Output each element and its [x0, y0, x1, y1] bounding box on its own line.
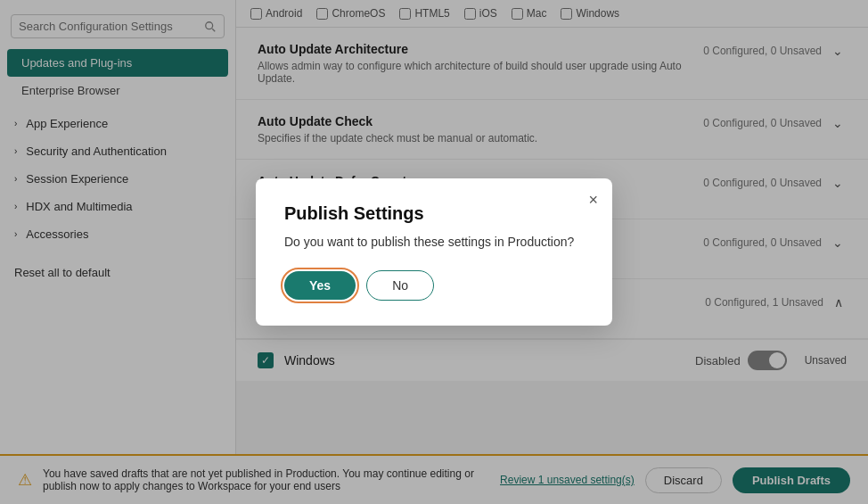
modal-no-button[interactable]: No [366, 270, 434, 301]
publish-settings-modal: × Publish Settings Do you want to publis… [256, 178, 612, 326]
modal-title: Publish Settings [284, 203, 584, 224]
modal-buttons: Yes No [284, 270, 584, 301]
modal-body: Do you want to publish these settings in… [284, 235, 584, 249]
modal-close-button[interactable]: × [588, 191, 598, 210]
modal-overlay: × Publish Settings Do you want to publis… [0, 0, 868, 504]
modal-yes-button[interactable]: Yes [284, 271, 356, 300]
